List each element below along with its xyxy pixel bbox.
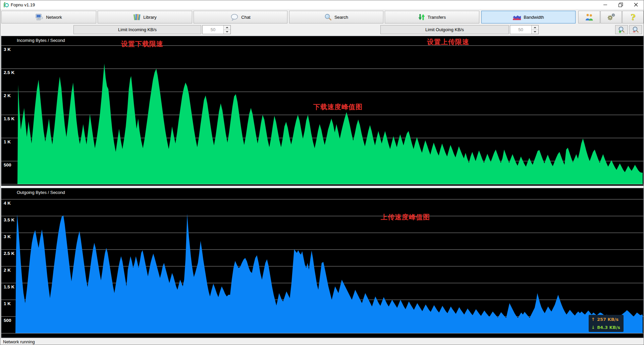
help-button[interactable]: ? [622,11,644,23]
tab-library-label: Library [143,15,157,20]
limit-outgoing-button[interactable]: Limit Outgoing KB/s [380,25,509,34]
tab-bandwidth-label: Bandwidth [524,15,544,20]
tab-network-label: Network [46,15,62,20]
window-title: Fopnu v1.19 [11,2,35,7]
magnifier-plus-icon [618,26,625,33]
chevron-down-icon [226,31,228,32]
app-window: Fopnu v1.19 Network Library [0,0,644,345]
computer-icon [36,14,43,21]
status-bar: Network running [0,338,644,345]
outgoing-limit-value[interactable]: 50 [510,25,531,34]
zoom-in-button[interactable] [615,25,628,34]
incoming-limit-value[interactable]: 50 [203,25,223,34]
fopnu-logo-icon [3,2,9,8]
zoom-out-button[interactable] [629,25,642,34]
spinner-down-button[interactable] [224,29,230,34]
svg-text:500: 500 [4,162,11,167]
bandwidth-wave-icon [513,14,521,20]
svg-text:1 K: 1 K [4,139,11,144]
limit-incoming-label: Limit Incoming KB/s [118,27,157,32]
transfers-arrows-icon [418,13,425,21]
svg-text:1.5 K: 1.5 K [4,116,15,121]
tab-transfers-label: Transfers [428,15,446,20]
annotation-upload-peak-graph: 上传速度峰值图 [381,213,430,222]
books-icon [133,13,141,21]
tab-chat[interactable]: Chat [194,11,287,23]
annotation-download-peak-graph: 下载速度峰值图 [313,102,363,112]
svg-text:2.5 K: 2.5 K [4,251,15,256]
incoming-limit-spinner[interactable]: 50 [202,25,231,34]
tab-bandwidth[interactable]: Bandwidth [481,11,576,23]
outgoing-chart-panel: 4 K3.5 K3 K2.5 K2 K1.5 K1 K500 Outgoing … [1,188,644,338]
svg-text:1 K: 1 K [4,301,11,306]
chevron-up-icon [226,27,228,28]
title-bar: Fopnu v1.19 [0,0,644,9]
spinner-up-button[interactable] [532,25,538,29]
outgoing-spinner-arrows [531,25,538,34]
down-arrow-icon: ↓ [591,325,595,330]
speed-overlay-tooltip: ↑ 257 KB/s ↓ 84.3 KB/s [589,315,624,332]
upload-speed-value: 257 KB/s [597,317,619,322]
search-icon [324,13,332,21]
up-arrow-icon: ↑ [591,317,595,322]
settings-button[interactable] [600,11,622,23]
minimize-icon [603,5,607,5]
outgoing-area-chart: 4 K3.5 K3 K2.5 K2 K1.5 K1 K500 [1,188,643,338]
users-button[interactable] [578,11,600,23]
svg-text:500: 500 [4,318,11,323]
restore-button[interactable] [613,0,628,9]
chevron-up-icon [534,27,536,28]
status-text: Network running [3,339,35,344]
tab-transfers[interactable]: Transfers [385,11,479,23]
tab-search-label: Search [334,15,348,20]
svg-text:1.5 K: 1.5 K [4,284,15,289]
tab-search[interactable]: Search [289,11,383,23]
svg-text:2.5 K: 2.5 K [4,70,15,75]
outgoing-limit-spinner[interactable]: 50 [510,25,539,34]
download-speed-value: 84.3 KB/s [597,325,620,330]
chevron-down-icon [534,31,536,32]
incoming-chart-title: Incoming Bytes / Second [17,38,65,43]
spinner-up-button[interactable] [224,25,230,29]
gears-icon [607,13,615,21]
download-speed-row: ↓ 84.3 KB/s [591,325,621,330]
upload-speed-row: ↑ 257 KB/s [591,317,621,322]
speech-bubble-icon [230,14,238,21]
minimize-button[interactable] [597,0,613,9]
magnifier-minus-icon [632,26,639,33]
svg-text:3.5 K: 3.5 K [4,217,15,222]
annotation-set-download-limit: 设置下载限速 [121,40,163,49]
tab-network[interactable]: Network [1,11,96,23]
tab-chat-label: Chat [241,15,250,20]
incoming-spinner-arrows [223,25,230,34]
question-mark-icon: ? [631,12,635,22]
svg-text:2 K: 2 K [4,93,11,98]
two-people-icon [585,13,594,21]
svg-text:3 K: 3 K [4,234,11,239]
limit-incoming-button[interactable]: Limit Incoming KB/s [73,25,201,34]
restore-icon [619,3,623,7]
svg-text:3 K: 3 K [4,47,11,52]
svg-text:2 K: 2 K [4,268,11,273]
svg-text:4 K: 4 K [4,201,11,206]
annotation-set-upload-limit: 设置上传限速 [427,38,469,47]
close-icon [634,3,638,7]
limit-outgoing-label: Limit Outgoing KB/s [425,27,464,32]
tab-library[interactable]: Library [98,11,192,23]
close-button[interactable] [628,0,644,9]
spinner-down-button[interactable] [532,29,538,34]
outgoing-chart-title: Outgoing Bytes / Second [17,190,65,195]
